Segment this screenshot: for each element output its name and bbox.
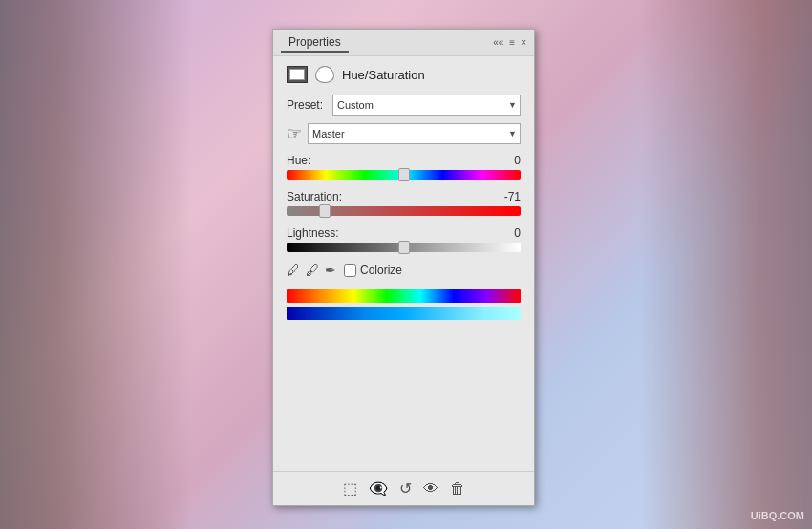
saturation-value: -71: [492, 190, 521, 203]
colorize-checkbox-label[interactable]: Colorize: [344, 264, 402, 277]
spectrum-bars: [287, 289, 521, 320]
eyedropper-icons: 🖊 🖋 ✒: [287, 263, 336, 278]
preset-row: Preset: Custom Default Cyanotype Sepia S…: [287, 95, 521, 116]
saturation-label-row: Saturation: -71: [287, 190, 521, 203]
bg-left-tower: [0, 0, 191, 529]
lightness-slider-group: Lightness: 0: [287, 226, 521, 255]
spectrum-bottom-bar: [287, 307, 521, 320]
reset-icon[interactable]: ↺: [399, 479, 412, 497]
hue-value: 0: [492, 154, 521, 167]
hue-label-row: Hue: 0: [287, 154, 521, 167]
preset-select-wrapper: Custom Default Cyanotype Sepia Strong Sa…: [332, 95, 521, 116]
lightness-label-row: Lightness: 0: [287, 226, 521, 240]
hand-tool-icon[interactable]: ☞: [287, 123, 302, 144]
spectrum-top-bar: [287, 289, 521, 303]
channel-select-wrapper: Master Reds Yellows Greens Cyans Blues M…: [308, 123, 521, 144]
eyedropper-icon[interactable]: 🖊: [287, 263, 300, 278]
tab-properties[interactable]: Properties: [281, 33, 349, 53]
channel-select[interactable]: Master Reds Yellows Greens Cyans Blues M…: [308, 123, 521, 144]
eye-with-arrow-icon[interactable]: 👁‍🗨: [369, 479, 388, 497]
panel-tabs: Properties: [281, 33, 349, 53]
section-title: Hue/Saturation: [342, 68, 425, 82]
hue-label: Hue:: [287, 154, 310, 167]
double-arrow-icon[interactable]: ««: [493, 38, 503, 48]
layer-icon-inner: [289, 69, 305, 80]
lightness-label: Lightness:: [287, 226, 339, 240]
hue-slider[interactable]: [287, 170, 521, 180]
titlebar-icons: «« ≡ ×: [493, 38, 526, 48]
colorize-label: Colorize: [360, 264, 402, 277]
preset-label: Preset:: [287, 98, 327, 112]
eye-icon[interactable]: 👁: [423, 480, 438, 497]
bg-right-tree: [640, 0, 812, 529]
trash-icon[interactable]: 🗑: [450, 480, 465, 497]
section-header: Hue/Saturation: [287, 66, 521, 83]
hue-slider-group: Hue: 0: [287, 154, 521, 182]
eyedropper-minus-icon[interactable]: ✒: [325, 263, 336, 278]
channel-row: ☞ Master Reds Yellows Greens Cyans Blues…: [287, 123, 521, 144]
frame-icon[interactable]: ⬚: [343, 479, 357, 497]
mask-icon: [315, 66, 334, 83]
panel-menu-icon[interactable]: ≡: [509, 38, 515, 48]
saturation-slider[interactable]: [287, 206, 521, 216]
layer-adjustment-icon: [287, 66, 308, 83]
panel-content: Hue/Saturation Preset: Custom Default Cy…: [273, 56, 534, 471]
watermark: UiBQ.COM: [751, 510, 804, 521]
eyedropper-plus-icon[interactable]: 🖋: [306, 263, 319, 278]
panel-footer: ⬚ 👁‍🗨 ↺ 👁 🗑: [273, 471, 534, 505]
panel-titlebar: Properties «« ≡ ×: [273, 30, 534, 56]
properties-panel: Properties «« ≡ × Hue/Saturation Preset:…: [272, 29, 535, 506]
saturation-slider-group: Saturation: -71: [287, 190, 521, 219]
lightness-slider[interactable]: [287, 243, 521, 252]
colorize-checkbox[interactable]: [344, 264, 356, 277]
preset-select[interactable]: Custom Default Cyanotype Sepia Strong Sa…: [332, 95, 521, 116]
saturation-label: Saturation:: [287, 190, 342, 203]
colorize-row: 🖊 🖋 ✒ Colorize: [287, 263, 521, 278]
close-icon[interactable]: ×: [521, 38, 526, 48]
lightness-value: 0: [492, 226, 521, 240]
